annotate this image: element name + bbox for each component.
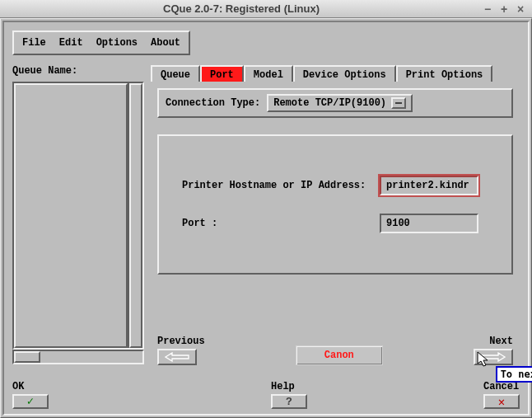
tab-device-options[interactable]: Device Options [293,65,396,82]
connection-type-label: Connection Type: [166,97,260,109]
window-inner: File Edit Options About Queue Name: Queu… [2,21,530,416]
mouse-cursor-icon [477,351,490,371]
question-icon: ? [286,396,292,408]
tab-body: Connection Type: Remote TCP/IP(9100) Pri… [151,82,520,370]
close-icon[interactable]: × [514,2,527,16]
menu-edit[interactable]: Edit [53,35,90,50]
cancel-button[interactable]: ✕ [483,394,520,409]
vertical-scrollbar[interactable] [128,83,142,348]
ok-label: OK [12,381,24,392]
tab-port[interactable]: Port [200,65,244,82]
window-frame: File Edit Options About Queue Name: Queu… [0,18,532,418]
menu-options[interactable]: Options [90,35,144,50]
horizontal-scrollbar[interactable] [12,350,144,364]
x-icon: ✕ [498,395,505,409]
tab-bar: Queue Port Model Device Options Print Op… [151,65,520,82]
menu-about[interactable]: About [144,35,187,50]
arrow-left-icon [165,352,189,362]
port-label: Port : [182,218,371,229]
connection-type-select[interactable]: Remote TCP/IP(9100) [267,94,413,112]
title-bar: CQue 2.0-7: Registered (Linux) − + × [0,0,532,18]
check-icon: ✓ [27,396,34,407]
previous-label: Previous [157,336,205,347]
config-panel: Queue Port Model Device Options Print Op… [151,65,520,370]
help-button[interactable]: ? [271,394,307,409]
brand-badge: Canon [296,345,383,365]
queue-panel: Queue Name: [12,65,144,370]
hostname-label: Printer Hostname or IP Address: [182,180,371,191]
help-label: Help [271,381,295,392]
tab-model[interactable]: Model [244,65,293,82]
cancel-label: Cancel [483,381,519,392]
tab-print-options[interactable]: Print Options [396,65,493,82]
menu-file[interactable]: File [16,35,53,50]
minimize-icon[interactable]: − [481,2,494,16]
next-label: Next [489,336,513,347]
bottom-actions: OK ✓ Help ? Cancel ✕ [12,381,520,409]
hostname-input[interactable] [380,176,478,195]
port-input[interactable] [380,214,478,233]
window-title: CQue 2.0-7: Registered (Linux) [5,2,478,15]
tooltip: To nex [496,366,532,383]
tab-queue[interactable]: Queue [151,65,200,82]
dropdown-icon [391,97,406,109]
ok-button[interactable]: ✓ [12,394,49,409]
connection-form: Printer Hostname or IP Address: Port : [157,134,513,275]
nav-row: Previous Canon Next [157,336,513,365]
connection-type-value: Remote TCP/IP(9100) [273,97,386,109]
maximize-icon[interactable]: + [497,2,511,16]
queue-label: Queue Name: [12,65,144,77]
previous-button[interactable] [157,349,197,365]
queue-list[interactable] [12,82,144,350]
menu-bar: File Edit Options About [12,31,190,55]
